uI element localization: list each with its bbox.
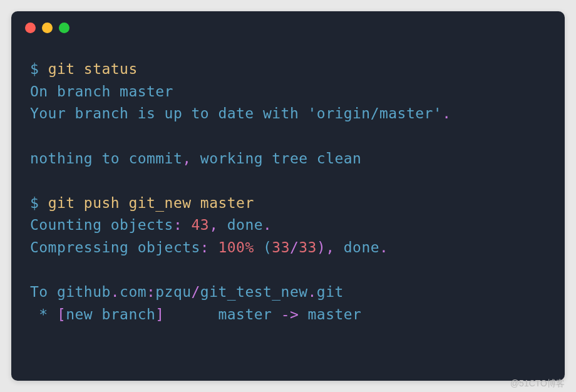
terminal-line: $ git push git_new master <box>30 192 546 215</box>
maximize-icon[interactable] <box>59 23 69 33</box>
terminal-line: $ git status <box>30 58 546 81</box>
terminal-line: nothing to commit, working tree clean <box>30 148 546 170</box>
minimize-icon[interactable] <box>42 23 53 33</box>
blank-line <box>30 170 546 192</box>
terminal-content: $ git status On branch master Your branc… <box>11 38 565 339</box>
terminal-line: Your branch is up to date with 'origin/m… <box>30 103 546 125</box>
title-bar <box>11 11 565 38</box>
prompt: $ <box>30 195 48 211</box>
watermark: @51CTO博客 <box>510 378 565 389</box>
blank-line <box>30 259 546 282</box>
terminal-line: Compressing objects: 100% (33/33), done. <box>30 237 546 259</box>
terminal-window: $ git status On branch master Your branc… <box>11 11 565 381</box>
command-text: git push git_new master <box>48 195 254 211</box>
terminal-line: Counting objects: 43, done. <box>30 214 546 237</box>
command-text: git status <box>48 61 138 77</box>
close-icon[interactable] <box>25 23 36 33</box>
terminal-line: On branch master <box>30 81 546 103</box>
prompt: $ <box>30 61 48 77</box>
blank-line <box>30 125 546 148</box>
terminal-line: To github.com:pzqu/git_test_new.git <box>30 281 546 304</box>
terminal-line: * [new branch] master -> master <box>30 304 546 326</box>
